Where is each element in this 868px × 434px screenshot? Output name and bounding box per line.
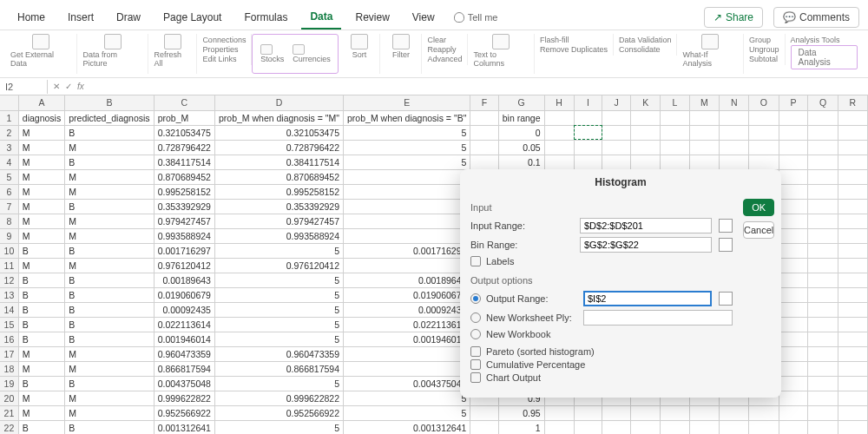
cell-Q22[interactable] — [808, 420, 838, 434]
cell-L3[interactable] — [661, 140, 689, 155]
cell-D8[interactable]: 0.979427457 — [214, 214, 343, 228]
col-header-R[interactable]: R — [838, 95, 867, 110]
data-analysis-cmd[interactable]: Data Analysis — [791, 45, 858, 69]
cancel-fx-icon[interactable]: ✕ — [53, 82, 60, 91]
cell-C7[interactable]: 0.353392929 — [154, 199, 214, 214]
row-header-13[interactable]: 13 — [0, 287, 18, 302]
cell-A15[interactable]: B — [18, 317, 64, 332]
row-header-5[interactable]: 5 — [0, 169, 18, 184]
cell-R11[interactable] — [838, 258, 867, 273]
tab-insert[interactable]: Insert — [59, 6, 102, 29]
col-header-J[interactable]: J — [602, 95, 631, 110]
cell-R13[interactable] — [838, 287, 867, 302]
cell-B18[interactable]: M — [65, 361, 154, 376]
input-range-ref-icon[interactable] — [719, 219, 733, 233]
cell-D17[interactable]: 0.960473359 — [214, 346, 343, 361]
cell-P7[interactable] — [779, 199, 808, 214]
col-header-Q[interactable]: Q — [808, 95, 838, 110]
cell-I3[interactable] — [574, 140, 602, 155]
cell-B12[interactable]: B — [65, 273, 154, 287]
cell-A21[interactable]: M — [18, 405, 64, 420]
cell-A4[interactable]: M — [18, 155, 64, 169]
cell-P21[interactable] — [779, 405, 808, 420]
cell-R21[interactable] — [838, 405, 867, 420]
cell-C22[interactable]: 0.001312641 — [154, 420, 214, 434]
cell-Q6[interactable] — [808, 184, 838, 199]
bin-range-field[interactable] — [580, 237, 712, 253]
cell-I2[interactable] — [574, 125, 602, 140]
cell-Q20[interactable] — [808, 391, 838, 405]
cell-E13[interactable]: 0.019060679 — [344, 287, 470, 302]
cell-G21[interactable]: 0.95 — [498, 405, 544, 420]
cell-D4[interactable]: 0.384117514 — [214, 155, 343, 169]
row-header-1[interactable]: 1 — [0, 110, 18, 125]
col-header-H[interactable]: H — [544, 95, 574, 110]
cell-E11[interactable]: 5 — [344, 258, 470, 273]
cell-P18[interactable] — [779, 361, 808, 376]
cell-E18[interactable]: 5 — [344, 361, 470, 376]
cell-C2[interactable]: 0.321053475 — [154, 125, 214, 140]
cell-E22[interactable]: 0.001312641 — [344, 420, 470, 434]
cell-D12[interactable]: 5 — [214, 273, 343, 287]
cell-B4[interactable]: B — [65, 155, 154, 169]
cell-Q4[interactable] — [808, 155, 838, 169]
cell-D7[interactable]: 0.353392929 — [214, 199, 343, 214]
fx-icon[interactable]: fx — [77, 82, 84, 91]
cell-Q13[interactable] — [808, 287, 838, 302]
col-header-B[interactable]: B — [65, 95, 154, 110]
cell-K21[interactable] — [631, 405, 661, 420]
cell-D13[interactable]: 5 — [214, 287, 343, 302]
cell-H4[interactable] — [544, 155, 574, 169]
row-header-21[interactable]: 21 — [0, 405, 18, 420]
cell-J22[interactable] — [602, 420, 631, 434]
cell-C9[interactable]: 0.993588924 — [154, 228, 214, 243]
ok-button[interactable]: OK — [743, 199, 774, 216]
col-header-I[interactable]: I — [574, 95, 602, 110]
cell-B1[interactable]: predicted_diagnosis — [65, 110, 154, 125]
cell-D11[interactable]: 0.976120412 — [214, 258, 343, 273]
row-header-8[interactable]: 8 — [0, 214, 18, 228]
tab-view[interactable]: View — [404, 6, 444, 29]
cell-R14[interactable] — [838, 302, 867, 317]
cell-R17[interactable] — [838, 346, 867, 361]
row-header-9[interactable]: 9 — [0, 228, 18, 243]
cell-K22[interactable] — [631, 420, 661, 434]
cell-O3[interactable] — [749, 140, 779, 155]
cell-M2[interactable] — [689, 125, 720, 140]
cell-P9[interactable] — [779, 228, 808, 243]
cell-E5[interactable]: 5 — [344, 169, 470, 184]
share-button[interactable]: ↗ Share — [704, 7, 763, 28]
cell-B9[interactable]: M — [65, 228, 154, 243]
accept-fx-icon[interactable]: ✓ — [65, 82, 72, 91]
cell-R3[interactable] — [838, 140, 867, 155]
cell-D15[interactable]: 5 — [214, 317, 343, 332]
get-external-data[interactable]: Get External Data — [5, 34, 77, 74]
cell-B16[interactable]: B — [65, 332, 154, 346]
row-header-17[interactable]: 17 — [0, 346, 18, 361]
cell-A13[interactable]: B — [18, 287, 64, 302]
row-header-2[interactable]: 2 — [0, 125, 18, 140]
cell-E16[interactable]: 0.001946014 — [344, 332, 470, 346]
cell-A7[interactable]: M — [18, 199, 64, 214]
new-wb-radio[interactable] — [470, 329, 481, 339]
cell-O21[interactable] — [749, 405, 779, 420]
cell-B14[interactable]: B — [65, 302, 154, 317]
output-range-radio[interactable] — [470, 293, 481, 304]
cumulative-checkbox[interactable] — [470, 359, 481, 370]
cell-D14[interactable]: 5 — [214, 302, 343, 317]
cell-E12[interactable]: 0.00189643 — [344, 273, 470, 287]
cell-R15[interactable] — [838, 317, 867, 332]
cell-K3[interactable] — [631, 140, 661, 155]
tab-draw[interactable]: Draw — [108, 6, 149, 29]
cell-P1[interactable] — [779, 110, 808, 125]
cell-A19[interactable]: B — [18, 376, 64, 391]
cell-I21[interactable] — [574, 405, 602, 420]
cell-B5[interactable]: M — [65, 169, 154, 184]
cell-I4[interactable] — [574, 155, 602, 169]
cell-E19[interactable]: 0.004375048 — [344, 376, 470, 391]
cell-P12[interactable] — [779, 273, 808, 287]
cell-R4[interactable] — [838, 155, 867, 169]
row-header-3[interactable]: 3 — [0, 140, 18, 155]
cell-R1[interactable] — [838, 110, 867, 125]
cell-P5[interactable] — [779, 169, 808, 184]
